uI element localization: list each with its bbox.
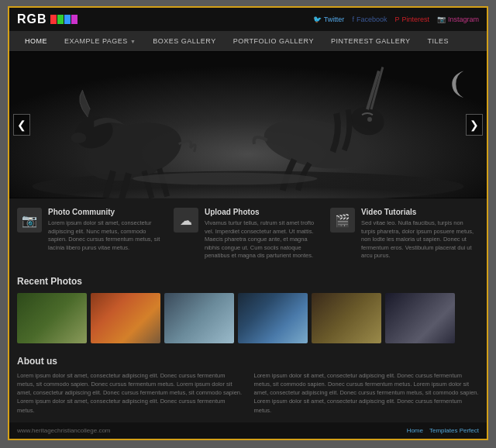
chevron-down-icon: ▼ xyxy=(130,39,136,44)
recent-photos-title: Recent Photos xyxy=(17,276,479,287)
nav-example-pages[interactable]: EXAMPLE PAGES ▼ xyxy=(57,31,143,51)
svg-point-8 xyxy=(71,133,86,143)
site-header: RGB 🐦 Twitter f Facebook P Pinterest xyxy=(9,8,487,31)
feature-photo-community-title: Photo Community xyxy=(48,208,166,216)
feature-upload-photos-title: Upload Photos xyxy=(205,208,322,216)
features-section: 📷 Photo Community Lorem ipsum dolor sit … xyxy=(9,198,487,270)
photo-thumb-3[interactable] xyxy=(164,293,234,343)
instagram-label: Instagram xyxy=(448,16,479,23)
feature-upload-photos: ☁ Upload Photos Vivamus turtur tellus, r… xyxy=(174,208,322,260)
social-links: 🐦 Twitter f Facebook P Pinterest 📷 Insta… xyxy=(313,16,479,23)
photo-thumb-4[interactable] xyxy=(238,293,308,343)
feature-photo-community-text: Lorem ipsum dolor sit amet, consectetur … xyxy=(48,219,166,252)
logo-block-blue xyxy=(64,15,71,24)
twitter-label: Twitter xyxy=(324,16,345,23)
logo-block-red xyxy=(50,15,57,24)
feature-video-tutorials: 🎬 Video Tutorials Sed vitae leo. Nulla f… xyxy=(330,208,479,260)
hero-slider: ❮ ❯ xyxy=(9,51,487,198)
hero-image xyxy=(9,51,487,198)
svg-point-14 xyxy=(133,173,317,185)
footer-links: Home Templates Perfect xyxy=(407,427,479,434)
upload-cloud-icon: ☁ xyxy=(174,208,198,233)
nav-pinterest-gallery[interactable]: PINTEREST GALLERY xyxy=(323,31,418,51)
pinterest-icon: P xyxy=(394,16,399,23)
facebook-icon: f xyxy=(352,16,354,23)
footer-url: www.heritagechristiancollege.com xyxy=(17,427,111,434)
twitter-icon: 🐦 xyxy=(313,16,322,23)
about-col1: Lorem ipsum dolor sit amet, consectetur … xyxy=(17,371,243,415)
recent-photos-section: Recent Photos xyxy=(9,270,487,350)
footer: www.heritagechristiancollege.com Home Te… xyxy=(9,422,487,439)
twitter-link[interactable]: 🐦 Twitter xyxy=(313,16,345,23)
nav-boxes-gallery[interactable]: BOXES GALLERY xyxy=(145,31,223,51)
feature-video-tutorials-title: Video Tutorials xyxy=(361,208,479,216)
nav-tiles[interactable]: TILES xyxy=(420,31,457,51)
about-section: About us Lorem ipsum dolor sit amet, con… xyxy=(9,350,487,422)
instagram-link[interactable]: 📷 Instagram xyxy=(437,16,479,23)
logo-text: RGB xyxy=(17,12,47,26)
facebook-label: Facebook xyxy=(356,16,388,23)
about-title: About us xyxy=(17,356,479,367)
logo-block-purple xyxy=(71,15,78,24)
photos-grid xyxy=(17,293,479,343)
nav-portfolio-gallery[interactable]: PORTFOLIO GALLERY xyxy=(226,31,322,51)
logo-block-green xyxy=(57,15,64,24)
footer-home-link[interactable]: Home xyxy=(407,427,423,434)
nav-home[interactable]: HOME xyxy=(17,31,55,51)
navigation: HOME EXAMPLE PAGES ▼ BOXES GALLERY PORTF… xyxy=(9,31,487,51)
svg-point-13 xyxy=(367,117,372,122)
logo: RGB xyxy=(17,12,78,26)
footer-templates-link[interactable]: Templates Perfect xyxy=(429,427,479,434)
slider-next-button[interactable]: ❯ xyxy=(466,114,483,136)
logo-blocks xyxy=(50,15,78,24)
photo-thumb-5[interactable] xyxy=(312,293,381,343)
pinterest-link[interactable]: P Pinterest xyxy=(394,16,429,23)
instagram-icon: 📷 xyxy=(437,16,446,23)
feature-video-tutorials-text: Sed vitae leo. Nulla faucibus, turpis no… xyxy=(361,219,479,260)
photo-thumb-6[interactable] xyxy=(385,293,455,343)
camera-icon: 📷 xyxy=(17,208,42,233)
feature-photo-community: 📷 Photo Community Lorem ipsum dolor sit … xyxy=(17,208,166,260)
video-icon: 🎬 xyxy=(330,208,355,233)
about-col2: Lorem ipsum dolor sit amet, consectetur … xyxy=(254,371,480,415)
slider-prev-button[interactable]: ❮ xyxy=(13,114,30,136)
photo-thumb-1[interactable] xyxy=(17,293,87,343)
feature-upload-photos-text: Vivamus turtur tellus, rutrum sit amet t… xyxy=(205,219,322,260)
photo-thumb-2[interactable] xyxy=(91,293,160,343)
facebook-link[interactable]: f Facebook xyxy=(352,16,387,23)
pinterest-label: Pinterest xyxy=(401,16,429,23)
about-columns: Lorem ipsum dolor sit amet, consectetur … xyxy=(17,371,479,415)
